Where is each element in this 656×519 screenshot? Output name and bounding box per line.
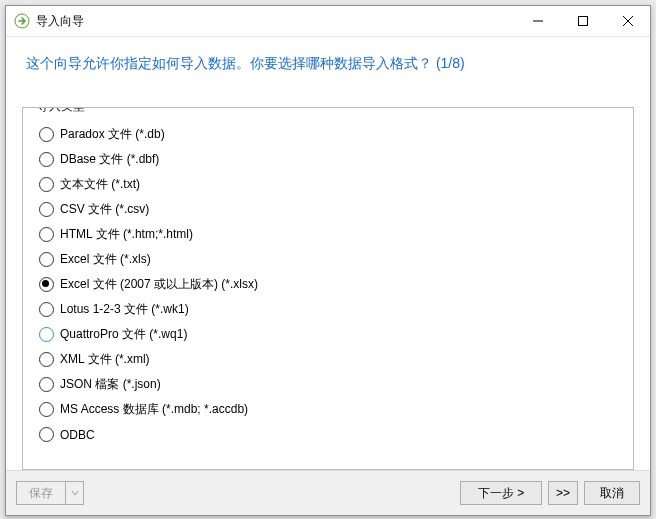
radio-label: MS Access 数据库 (*.mdb; *.accdb)	[60, 401, 248, 418]
radio-icon	[39, 402, 54, 417]
radio-icon	[39, 377, 54, 392]
close-button[interactable]	[605, 6, 650, 36]
radio-label: Excel 文件 (*.xls)	[60, 251, 151, 268]
next-button[interactable]: 下一步 >	[460, 481, 542, 505]
radio-label: ODBC	[60, 428, 95, 442]
radio-icon	[39, 427, 54, 442]
svg-rect-1	[578, 17, 587, 26]
radio-option-access[interactable]: MS Access 数据库 (*.mdb; *.accdb)	[39, 397, 617, 422]
radio-option-odbc[interactable]: ODBC	[39, 422, 617, 447]
radio-label: Lotus 1-2-3 文件 (*.wk1)	[60, 301, 189, 318]
radio-option-xlsx[interactable]: Excel 文件 (2007 或以上版本) (*.xlsx)	[39, 272, 617, 297]
app-icon	[14, 13, 30, 29]
radio-icon	[39, 152, 54, 167]
radio-icon	[39, 127, 54, 142]
radio-option-csv[interactable]: CSV 文件 (*.csv)	[39, 197, 617, 222]
radio-label: 文本文件 (*.txt)	[60, 176, 140, 193]
radio-icon	[39, 252, 54, 267]
group-legend: 导入类型	[33, 107, 89, 115]
radio-label: HTML 文件 (*.htm;*.html)	[60, 226, 193, 243]
minimize-button[interactable]	[515, 6, 560, 36]
radio-option-json[interactable]: JSON 檔案 (*.json)	[39, 372, 617, 397]
window-title: 导入向导	[36, 13, 84, 30]
fast-forward-button[interactable]: >>	[548, 481, 578, 505]
radio-icon	[39, 352, 54, 367]
radio-option-xls[interactable]: Excel 文件 (*.xls)	[39, 247, 617, 272]
wizard-heading: 这个向导允许你指定如何导入数据。你要选择哪种数据导入格式？ (1/8)	[26, 55, 465, 71]
radio-label: JSON 檔案 (*.json)	[60, 376, 161, 393]
window-controls	[515, 6, 650, 36]
radio-option-text[interactable]: 文本文件 (*.txt)	[39, 172, 617, 197]
radio-label: XML 文件 (*.xml)	[60, 351, 150, 368]
import-type-group: 导入类型 Paradox 文件 (*.db) DBase 文件 (*.dbf) …	[22, 107, 634, 470]
radio-option-quattropro[interactable]: QuattroPro 文件 (*.wq1)	[39, 322, 617, 347]
wizard-heading-area: 这个向导允许你指定如何导入数据。你要选择哪种数据导入格式？ (1/8)	[20, 37, 636, 81]
radio-icon	[39, 302, 54, 317]
titlebar: 导入向导	[6, 6, 650, 37]
maximize-button[interactable]	[560, 6, 605, 36]
radio-option-dbase[interactable]: DBase 文件 (*.dbf)	[39, 147, 617, 172]
radio-label: QuattroPro 文件 (*.wq1)	[60, 326, 187, 343]
content-area: 这个向导允许你指定如何导入数据。你要选择哪种数据导入格式？ (1/8) 导入类型…	[6, 37, 650, 470]
radio-icon	[39, 277, 54, 292]
radio-label: DBase 文件 (*.dbf)	[60, 151, 159, 168]
radio-option-xml[interactable]: XML 文件 (*.xml)	[39, 347, 617, 372]
wizard-footer: 保存 下一步 > >> 取消	[6, 470, 650, 515]
cancel-button[interactable]: 取消	[584, 481, 640, 505]
save-dropdown-button[interactable]	[66, 481, 84, 505]
radio-icon	[39, 327, 54, 342]
save-button[interactable]: 保存	[16, 481, 66, 505]
import-wizard-window: 导入向导 这个向导允许你指定如何导入数据。你要选择哪种数据导入格式？ (1/8)…	[5, 5, 651, 516]
radio-label: Paradox 文件 (*.db)	[60, 126, 165, 143]
radio-icon	[39, 177, 54, 192]
chevron-down-icon	[71, 489, 79, 497]
radio-icon	[39, 202, 54, 217]
radio-option-paradox[interactable]: Paradox 文件 (*.db)	[39, 122, 617, 147]
radio-label: CSV 文件 (*.csv)	[60, 201, 149, 218]
radio-option-lotus[interactable]: Lotus 1-2-3 文件 (*.wk1)	[39, 297, 617, 322]
radio-option-html[interactable]: HTML 文件 (*.htm;*.html)	[39, 222, 617, 247]
radio-icon	[39, 227, 54, 242]
radio-label: Excel 文件 (2007 或以上版本) (*.xlsx)	[60, 276, 258, 293]
